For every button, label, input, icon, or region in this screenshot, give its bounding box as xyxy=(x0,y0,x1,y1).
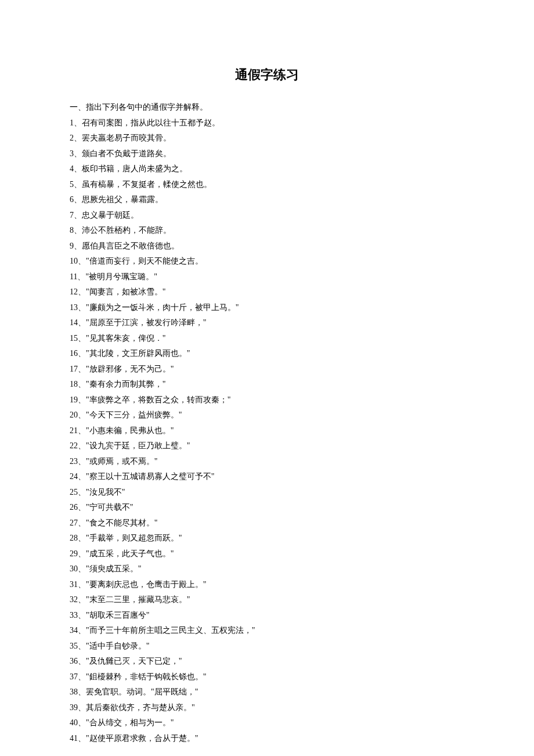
list-item: 15、"见其客朱亥，俾倪．" xyxy=(70,331,464,347)
list-item: 33、"胡取禾三百廛兮" xyxy=(70,608,464,624)
exercise-list: 1、召有司案图，指从此以往十五都予赵。2、罢夫羸老易子而咬其骨。3、颁白者不负戴… xyxy=(70,116,464,747)
list-item: 20、"今天下三分，益州疲弊。" xyxy=(70,408,464,423)
list-item: 37、"鉏櫌棘矜，非铦于钩戟长铩也。" xyxy=(70,669,464,685)
list-item: 1、召有司案图，指从此以往十五都予赵。 xyxy=(70,116,464,131)
list-item: 30、"须臾成五采。" xyxy=(70,561,464,577)
list-item: 24、"察王以十五城请易寡人之璧可予不" xyxy=(70,469,464,485)
list-item: 5、虽有槁暴，不复挺者，輮使之然也。 xyxy=(70,177,464,193)
list-item: 3、颁白者不负戴于道路矣。 xyxy=(70,146,464,162)
list-item: 9、愿伯具言臣之不敢倍德也。 xyxy=(70,239,464,254)
list-item: 32、"末至二三里，摧藏马悲哀。" xyxy=(70,592,464,608)
list-item: 38、罢免官职。动词。"屈平既绌，" xyxy=(70,685,464,700)
list-item: 7、忠义暴于朝廷。 xyxy=(70,208,464,224)
list-item: 35、"适中手自钞录。" xyxy=(70,639,464,654)
page-title: 通假字练习 xyxy=(70,66,464,84)
list-item: 39、其后秦欲伐齐，齐与楚从亲。" xyxy=(70,700,464,716)
list-item: 29、"成五采，此天子气也。" xyxy=(70,546,464,562)
list-item: 17、"放辟邪侈，无不为己。" xyxy=(70,362,464,377)
list-item: 26、"宁可共载不" xyxy=(70,500,464,516)
list-item: 16、"其北陵，文王所辟风雨也。" xyxy=(70,346,464,362)
list-item: 4、板印书籍，唐人尚未盛为之。 xyxy=(70,161,464,177)
list-item: 21、"小惠未徧，民弗从也。" xyxy=(70,423,464,439)
list-item: 23、"或师焉，或不焉。" xyxy=(70,454,464,470)
list-item: 19、"率疲弊之卒，将数百之众，转而攻秦；" xyxy=(70,393,464,408)
list-item: 11、"被明月兮珮宝璐。" xyxy=(70,269,464,285)
list-item: 36、"及仇雠已灭，天下已定，" xyxy=(70,654,464,669)
list-item: 18、"秦有余力而制其弊，" xyxy=(70,377,464,393)
instruction-text: 一、指出下列各句中的通假字并解释。 xyxy=(70,100,464,116)
list-item: 28、"手裁举，则又超忽而跃。" xyxy=(70,531,464,546)
list-item: 8、沛公不胜桮杓，不能辞。 xyxy=(70,223,464,239)
list-item: 22、"设九宾于廷，臣乃敢上璧。" xyxy=(70,438,464,454)
list-item: 13、"廉颇为之一饭斗米，肉十斤，被甲上马。" xyxy=(70,300,464,316)
list-item: 12、"闻妻言，如被冰雪。" xyxy=(70,285,464,300)
list-item: 31、"要离刺庆忌也，仓鹰击于殿上。" xyxy=(70,577,464,593)
list-item: 25、"汝见我不" xyxy=(70,485,464,501)
list-item: 34、"而予三十年前所主唱之三民主义、五权宪法，" xyxy=(70,623,464,639)
list-item: 6、思厥先祖父，暴霜露。 xyxy=(70,192,464,208)
list-item: 27、"食之不能尽其材。" xyxy=(70,516,464,531)
list-item: 14、"屈原至于江滨，被发行吟泽畔，" xyxy=(70,315,464,331)
list-item: 2、罢夫羸老易子而咬其骨。 xyxy=(70,131,464,146)
list-item: 41、"赵使平原君求救，合从于楚。" xyxy=(70,731,464,747)
list-item: 10、"倍道而妄行，则天不能使之吉。 xyxy=(70,254,464,269)
list-item: 40、"合从缔交，相与为一。" xyxy=(70,715,464,731)
